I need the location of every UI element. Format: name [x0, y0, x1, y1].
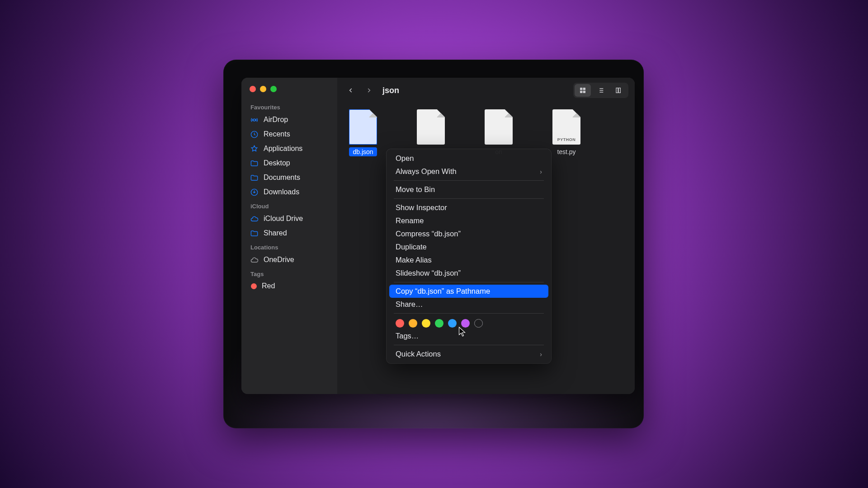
- clock-icon: [250, 130, 259, 139]
- menu-item-compress[interactable]: Compress “db.json”: [389, 227, 548, 240]
- tag-color-orange[interactable]: [409, 319, 417, 328]
- view-columns-button[interactable]: [611, 84, 627, 97]
- view-icons-button[interactable]: [575, 84, 591, 97]
- tag-color-blue[interactable]: [448, 319, 457, 328]
- sidebar-item-label: AirDrop: [264, 116, 288, 124]
- sidebar-item-label: Downloads: [264, 188, 299, 196]
- svg-rect-3: [580, 88, 582, 90]
- context-menu: Open Always Open With› Move to Bin Show …: [387, 149, 551, 363]
- file-item[interactable]: PYTHON test.py: [544, 109, 589, 156]
- menu-item-slideshow[interactable]: Slideshow “db.json”: [389, 267, 548, 280]
- file-name: db.json: [349, 147, 377, 156]
- chevron-right-icon: ›: [540, 168, 542, 175]
- folder-icon: [250, 173, 259, 182]
- folder-icon: [250, 159, 259, 168]
- menu-item-share[interactable]: Share…: [389, 298, 548, 311]
- menu-item-tags[interactable]: Tags…: [389, 329, 548, 343]
- svg-rect-8: [618, 88, 620, 93]
- tag-dot-red-icon: [251, 283, 257, 289]
- download-icon: [250, 188, 259, 197]
- cloud-icon: [250, 255, 259, 264]
- sidebar-section-icloud: iCloud: [241, 199, 337, 211]
- menu-item-rename[interactable]: Rename: [389, 214, 548, 227]
- sidebar-item-airdrop[interactable]: AirDrop: [241, 113, 337, 127]
- sidebar-item-recents[interactable]: Recents: [241, 127, 337, 141]
- back-button[interactable]: [344, 84, 358, 97]
- forward-button[interactable]: [362, 84, 376, 97]
- sidebar-item-applications[interactable]: Applications: [241, 141, 337, 156]
- svg-rect-4: [583, 88, 585, 90]
- sidebar-item-tag-red[interactable]: Red: [241, 279, 337, 293]
- svg-point-0: [253, 119, 255, 121]
- sidebar-section-tags: Tags: [241, 267, 337, 279]
- menu-item-duplicate[interactable]: Duplicate: [389, 240, 548, 253]
- svg-rect-5: [580, 91, 582, 93]
- svg-rect-7: [616, 88, 618, 93]
- tag-color-row: [389, 316, 548, 329]
- applications-icon: [250, 144, 259, 153]
- shared-folder-icon: [250, 229, 259, 238]
- menu-item-quick-actions[interactable]: Quick Actions›: [389, 347, 548, 361]
- menu-item-move-to-bin[interactable]: Move to Bin: [389, 183, 548, 196]
- sidebar-section-favourites: Favourites: [241, 100, 337, 113]
- sidebar-item-icloud-drive[interactable]: iCloud Drive: [241, 211, 337, 226]
- menu-item-always-open-with[interactable]: Always Open With›: [389, 165, 548, 178]
- sidebar-item-downloads[interactable]: Downloads: [241, 185, 337, 199]
- menu-separator: [394, 282, 544, 282]
- finder-toolbar: json: [337, 78, 635, 103]
- tag-color-yellow[interactable]: [422, 319, 430, 328]
- menu-separator: [394, 198, 544, 199]
- chevron-right-icon: ›: [540, 351, 542, 358]
- document-icon: [349, 109, 377, 145]
- window-zoom-button[interactable]: [270, 86, 277, 92]
- python-document-icon: PYTHON: [552, 109, 580, 145]
- sidebar-item-label: iCloud Drive: [264, 215, 303, 223]
- svg-rect-6: [583, 91, 585, 93]
- file-item[interactable]: db.json: [341, 109, 385, 156]
- cloud-icon: [250, 214, 259, 223]
- tag-color-green[interactable]: [435, 319, 443, 328]
- sidebar-item-label: OneDrive: [264, 256, 294, 264]
- sidebar-item-onedrive[interactable]: OneDrive: [241, 253, 337, 267]
- sidebar-item-label: Desktop: [264, 159, 290, 167]
- document-icon: [485, 109, 513, 145]
- sidebar-section-locations: Locations: [241, 240, 337, 253]
- menu-item-open[interactable]: Open: [389, 152, 548, 165]
- sidebar-item-desktop[interactable]: Desktop: [241, 156, 337, 170]
- airdrop-icon: [250, 115, 259, 124]
- menu-item-show-inspector[interactable]: Show Inspector: [389, 201, 548, 214]
- menu-item-make-alias[interactable]: Make Alias: [389, 253, 548, 267]
- tag-color-red[interactable]: [396, 319, 404, 328]
- window-minimize-button[interactable]: [260, 86, 266, 92]
- file-type-badge: PYTHON: [552, 137, 580, 142]
- file-name: test.py: [553, 147, 579, 156]
- sidebar-item-documents[interactable]: Documents: [241, 170, 337, 185]
- tag-color-none[interactable]: [474, 319, 483, 328]
- view-list-button[interactable]: [593, 84, 609, 97]
- traffic-lights: [241, 84, 337, 100]
- finder-sidebar: Favourites AirDrop Recents Applications …: [241, 78, 337, 394]
- menu-separator: [394, 313, 544, 314]
- document-icon: [417, 109, 445, 145]
- menu-separator: [394, 345, 544, 345]
- sidebar-item-label: Red: [262, 282, 275, 290]
- sidebar-item-label: Shared: [264, 229, 287, 237]
- menu-separator: [394, 180, 544, 181]
- tag-color-purple[interactable]: [461, 319, 470, 328]
- view-switcher: [573, 83, 628, 98]
- sidebar-item-label: Applications: [264, 145, 302, 153]
- sidebar-item-shared[interactable]: Shared: [241, 226, 337, 240]
- sidebar-item-label: Documents: [264, 174, 300, 182]
- window-close-button[interactable]: [250, 86, 256, 92]
- sidebar-item-label: Recents: [264, 130, 290, 138]
- menu-item-copy-pathname[interactable]: Copy “db.json” as Pathname: [389, 285, 548, 298]
- window-title: json: [382, 86, 399, 95]
